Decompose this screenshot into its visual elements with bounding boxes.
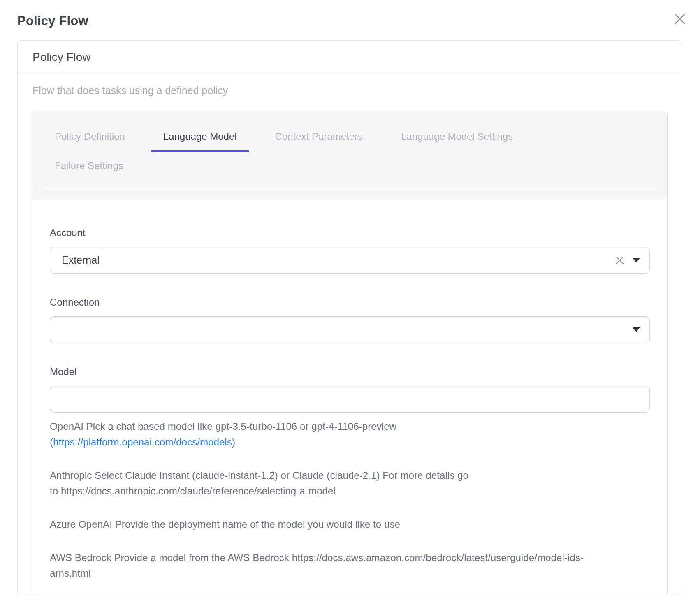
help-aws: AWS Bedrock Provide a model from the AWS…	[50, 550, 650, 581]
tab-policy-definition[interactable]: Policy Definition	[42, 130, 137, 152]
model-group: Model	[50, 366, 650, 413]
connection-group: Connection	[50, 296, 650, 343]
connection-controls	[633, 327, 640, 332]
model-field	[50, 386, 650, 413]
openai-models-link[interactable]: https://platform.openai.com/docs/models	[53, 436, 232, 448]
connection-select[interactable]	[50, 316, 650, 343]
tab-language-model[interactable]: Language Model	[151, 130, 249, 152]
model-input[interactable]	[62, 386, 640, 412]
clear-icon[interactable]	[615, 256, 624, 265]
caret-down-icon[interactable]	[633, 327, 640, 332]
card-title: Policy Flow	[18, 41, 682, 74]
account-label: Account	[50, 227, 650, 239]
caret-down-icon[interactable]	[633, 258, 640, 262]
account-selected-value: External	[62, 254, 615, 266]
account-group: Account External	[50, 227, 650, 274]
help-openai: OpenAI Pick a chat based model like gpt-…	[50, 419, 650, 450]
model-label: Model	[50, 366, 650, 378]
connection-label: Connection	[50, 296, 650, 308]
close-button[interactable]	[673, 12, 686, 26]
account-select[interactable]: External	[50, 247, 650, 274]
language-model-tab-content: Account External Connection	[32, 199, 667, 581]
tab-context-parameters[interactable]: Context Parameters	[263, 130, 375, 152]
tab-panel: Policy Definition Language Model Context…	[32, 111, 668, 595]
tab-failure-settings[interactable]: Failure Settings	[42, 160, 136, 181]
tab-list: Policy Definition Language Model Context…	[42, 130, 657, 189]
tab-bar: Policy Definition Language Model Context…	[32, 111, 667, 199]
policy-flow-card: Policy Flow Flow that does tasks using a…	[17, 40, 682, 595]
help-anthropic: Anthropic Select Claude Instant (claude-…	[50, 468, 650, 499]
card-subtitle: Flow that does tasks using a defined pol…	[18, 74, 682, 97]
model-help-text: OpenAI Pick a chat based model like gpt-…	[50, 419, 650, 581]
account-controls	[615, 256, 640, 265]
paren-close: )	[232, 436, 235, 448]
help-azure: Azure OpenAI Provide the deployment name…	[50, 517, 650, 532]
page-title: Policy Flow	[17, 14, 88, 28]
close-icon	[674, 13, 686, 25]
paren-open: (	[50, 436, 53, 448]
tab-language-model-settings[interactable]: Language Model Settings	[389, 130, 525, 152]
